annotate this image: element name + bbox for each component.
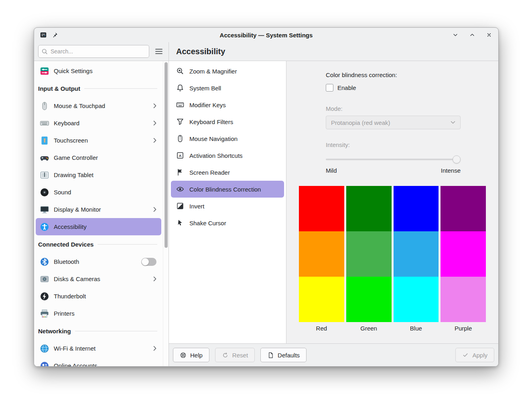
sidebar-header bbox=[34, 42, 169, 61]
search-box bbox=[38, 45, 149, 58]
slider-knob[interactable] bbox=[453, 155, 461, 163]
keyboard-icon bbox=[40, 118, 49, 128]
mouse-navigation-icon bbox=[176, 135, 184, 143]
system-settings-window: Accessibility — System Settings bbox=[34, 27, 499, 367]
accessibility-icon bbox=[40, 222, 49, 232]
mode-label: Mode: bbox=[326, 105, 461, 112]
sidebar-item-label: Thunderbolt bbox=[54, 293, 86, 300]
sidebar-section-networking: Networking bbox=[34, 322, 163, 340]
page-title: Accessibility bbox=[176, 47, 225, 56]
sidebar-item-printers[interactable]: Printers bbox=[36, 305, 161, 322]
toggle-knob bbox=[142, 258, 149, 265]
cursor-icon bbox=[176, 219, 184, 227]
sidebar-section-connected-devices: Connected Devices bbox=[34, 235, 163, 253]
category-screen-reader[interactable]: Screen Reader bbox=[171, 164, 284, 181]
color-swatch bbox=[394, 231, 439, 277]
pin-icon[interactable] bbox=[52, 32, 58, 38]
category-label: System Bell bbox=[189, 85, 221, 92]
maximize-button[interactable] bbox=[469, 31, 476, 39]
sidebar-item-disks-cameras[interactable]: Disks & Cameras bbox=[36, 270, 161, 288]
defaults-button[interactable]: Defaults bbox=[260, 348, 307, 362]
sound-icon bbox=[40, 188, 49, 197]
scrollbar-thumb[interactable] bbox=[164, 62, 168, 248]
color-swatch bbox=[346, 231, 392, 277]
search-input[interactable] bbox=[38, 45, 149, 58]
sidebar: Quick Settings Input & Output Mouse & To… bbox=[34, 42, 169, 366]
bluetooth-toggle[interactable] bbox=[141, 258, 156, 266]
category-modifier-keys[interactable]: Modifier Keys bbox=[171, 96, 284, 113]
sidebar-item-label: Sound bbox=[54, 189, 71, 196]
category-invert[interactable]: Invert bbox=[171, 198, 284, 214]
mode-selected-value: Protanopia (red weak) bbox=[331, 119, 390, 126]
sidebar-list: Quick Settings Input & Output Mouse & To… bbox=[34, 61, 163, 366]
sidebar-item-bluetooth[interactable]: Bluetooth bbox=[36, 253, 161, 270]
mode-dropdown[interactable]: Protanopia (red weak) bbox=[326, 116, 461, 129]
sidebar-item-sound[interactable]: Sound bbox=[36, 184, 161, 201]
swatch-label-green: Green bbox=[346, 325, 392, 332]
sidebar-item-wifi-internet[interactable]: Wi-Fi & Internet bbox=[36, 340, 161, 357]
menu-button[interactable] bbox=[151, 45, 167, 58]
intensity-max-label: Intense bbox=[441, 167, 461, 174]
sidebar-item-touchscreen[interactable]: Touchscreen bbox=[36, 132, 161, 149]
category-shake-cursor[interactable]: Shake Cursor bbox=[171, 214, 284, 231]
apply-label: Apply bbox=[472, 352, 487, 359]
intensity-min-label: Mild bbox=[326, 167, 337, 174]
section-rule bbox=[84, 88, 157, 89]
sidebar-item-label: Online Accounts bbox=[54, 362, 97, 366]
chevron-right-icon bbox=[153, 276, 156, 282]
category-label: Keyboard Filters bbox=[189, 118, 233, 125]
section-rule bbox=[97, 244, 157, 245]
eye-icon bbox=[176, 185, 184, 193]
bell-icon bbox=[176, 84, 184, 92]
section-label: Networking bbox=[38, 328, 71, 335]
help-button[interactable]: Help bbox=[173, 348, 209, 362]
sidebar-item-label: Quick Settings bbox=[54, 67, 93, 74]
swatch-label-purple: Purple bbox=[441, 325, 486, 332]
section-label: Input & Output bbox=[38, 85, 80, 92]
apply-button[interactable]: Apply bbox=[455, 348, 494, 362]
color-swatch bbox=[441, 277, 486, 322]
intensity-slider[interactable] bbox=[326, 155, 461, 163]
swatch-column-green bbox=[346, 186, 392, 322]
sidebar-item-quick-settings[interactable]: Quick Settings bbox=[36, 62, 161, 80]
sidebar-item-accessibility[interactable]: Accessibility bbox=[36, 218, 161, 235]
category-zoom-magnifier[interactable]: Zoom & Magnifier bbox=[171, 63, 284, 80]
disks-cameras-icon bbox=[40, 274, 49, 284]
enable-checkbox[interactable] bbox=[326, 84, 333, 92]
sidebar-item-mouse-touchpad[interactable]: Mouse & Touchpad bbox=[36, 97, 161, 114]
color-swatch bbox=[441, 231, 486, 277]
category-system-bell[interactable]: System Bell bbox=[171, 80, 284, 96]
chevron-right-icon bbox=[153, 103, 156, 108]
category-mouse-navigation[interactable]: Mouse Navigation bbox=[171, 130, 284, 147]
category-label: Screen Reader bbox=[189, 169, 230, 176]
minimize-button[interactable] bbox=[452, 31, 459, 39]
category-label: Invert bbox=[189, 203, 205, 210]
enable-row: Enable bbox=[326, 84, 461, 92]
category-color-blindness-correction[interactable]: Color Blindness Correction bbox=[171, 181, 284, 198]
sidebar-item-display-monitor[interactable]: Display & Monitor bbox=[36, 201, 161, 218]
sidebar-item-label: Printers bbox=[54, 310, 75, 317]
help-label: Help bbox=[190, 352, 203, 359]
color-swatch bbox=[394, 186, 439, 231]
titlebar-left-icons bbox=[40, 31, 58, 39]
category-label: Mouse Navigation bbox=[189, 135, 238, 142]
category-label: Shake Cursor bbox=[189, 220, 226, 226]
search-icon bbox=[42, 49, 48, 55]
sidebar-item-keyboard[interactable]: Keyboard bbox=[36, 114, 161, 132]
window-menu-icon[interactable] bbox=[40, 31, 47, 39]
close-button[interactable] bbox=[485, 31, 493, 39]
sidebar-item-thunderbolt[interactable]: Thunderbolt bbox=[36, 288, 161, 305]
category-activation-shortcuts[interactable]: A Activation Shortcuts bbox=[171, 147, 284, 164]
category-keyboard-filters[interactable]: Keyboard Filters bbox=[171, 113, 284, 130]
enable-label: Enable bbox=[337, 84, 356, 91]
screen-reader-icon bbox=[176, 168, 184, 176]
thunderbolt-icon bbox=[40, 292, 49, 301]
sidebar-scrollbar[interactable] bbox=[163, 61, 169, 366]
window-controls bbox=[452, 31, 493, 39]
sidebar-item-online-accounts[interactable]: Online Accounts bbox=[36, 357, 161, 366]
drawing-tablet-icon bbox=[40, 170, 49, 180]
sidebar-item-drawing-tablet[interactable]: Drawing Tablet bbox=[36, 166, 161, 184]
sidebar-item-game-controller[interactable]: Game Controller bbox=[36, 149, 161, 166]
reset-button[interactable]: Reset bbox=[215, 348, 255, 362]
hamburger-icon bbox=[155, 49, 162, 54]
